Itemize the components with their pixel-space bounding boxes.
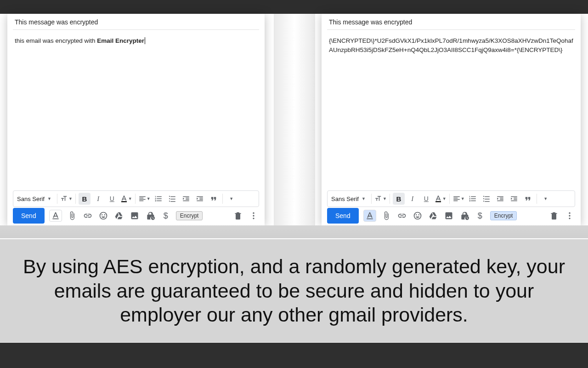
font-family-label: Sans Serif xyxy=(17,196,45,202)
svg-point-9 xyxy=(569,218,570,219)
insert-photo-button[interactable] xyxy=(443,210,454,221)
send-button[interactable]: Send xyxy=(13,208,45,224)
formatting-toolbar: Sans Serif ▼ ▼ B I U ▼ ▼ xyxy=(13,190,259,207)
font-size-icon xyxy=(60,195,68,203)
font-family-select[interactable]: Sans Serif ▼ xyxy=(330,193,368,205)
svg-point-4 xyxy=(253,218,254,219)
chevron-down-icon: ▼ xyxy=(543,196,548,201)
attach-button[interactable] xyxy=(381,210,392,221)
chevron-down-icon: ▼ xyxy=(147,196,151,201)
kebab-icon xyxy=(249,211,258,220)
bottom-band xyxy=(0,343,588,368)
link-icon xyxy=(397,211,407,220)
svg-point-2 xyxy=(253,213,254,214)
separator xyxy=(371,194,372,204)
photo-icon xyxy=(444,211,453,220)
svg-point-7 xyxy=(569,213,570,214)
bold-button[interactable]: B xyxy=(393,193,405,205)
insert-drive-button[interactable] xyxy=(113,210,124,221)
emoji-icon xyxy=(413,211,422,220)
quote-icon xyxy=(524,195,532,203)
separator xyxy=(390,194,390,204)
font-family-select[interactable]: Sans Serif ▼ xyxy=(16,193,54,205)
send-button[interactable]: Send xyxy=(327,208,359,224)
compose-action-bar: Send $ Encrypt xyxy=(327,208,575,224)
numbered-list-icon xyxy=(469,195,477,203)
indent-more-icon xyxy=(196,195,204,203)
subject-line[interactable]: This message was encrypted xyxy=(327,14,575,30)
chevron-down-icon: ▼ xyxy=(47,196,51,201)
marketing-text: By using AES encryption, and a randomly … xyxy=(16,254,572,327)
encrypt-button[interactable]: Encrypt xyxy=(176,211,203,220)
numbered-list-icon xyxy=(154,195,163,203)
chevron-down-icon: ▼ xyxy=(383,196,387,201)
mid-band xyxy=(0,225,588,238)
font-family-label: Sans Serif xyxy=(331,196,359,202)
chevron-down-icon: ▼ xyxy=(229,196,233,201)
bold-button[interactable]: B xyxy=(79,193,90,205)
svg-point-3 xyxy=(253,215,254,216)
separator xyxy=(75,194,76,204)
more-options-button[interactable] xyxy=(248,210,259,221)
indent-less-icon xyxy=(496,195,504,203)
bullet-list-button[interactable] xyxy=(166,193,178,205)
quote-button[interactable] xyxy=(522,193,534,205)
indent-more-button[interactable] xyxy=(194,193,206,205)
attach-button[interactable] xyxy=(67,210,78,221)
trash-icon xyxy=(549,211,559,220)
indent-less-icon xyxy=(182,195,190,203)
text-color-button[interactable]: ▼ xyxy=(434,193,447,205)
font-size-button[interactable]: ▼ xyxy=(60,193,73,205)
confidential-mode-button[interactable] xyxy=(145,210,156,221)
svg-rect-0 xyxy=(121,201,127,202)
more-formatting-button[interactable]: ▼ xyxy=(226,193,237,205)
indent-less-button[interactable] xyxy=(180,193,192,205)
font-size-button[interactable]: ▼ xyxy=(374,193,387,205)
numbered-list-button[interactable] xyxy=(153,193,164,205)
subject-line[interactable]: This message was encrypted xyxy=(13,14,259,30)
page-gutter xyxy=(274,14,315,225)
email-body[interactable]: {\ENCRYPTED\}*U2FsdGVkX1/Px1klxPL7odR/1m… xyxy=(322,30,581,61)
text-color-icon xyxy=(120,195,128,203)
more-options-button[interactable] xyxy=(564,210,575,221)
insert-link-button[interactable] xyxy=(396,210,407,221)
confidential-mode-button[interactable] xyxy=(459,210,470,221)
text-color-button[interactable]: ▼ xyxy=(120,193,132,205)
italic-button[interactable]: I xyxy=(92,193,104,205)
bullet-list-button[interactable] xyxy=(481,193,492,205)
quote-button[interactable] xyxy=(208,193,220,205)
encrypt-button[interactable]: Encrypt xyxy=(490,211,517,220)
separator xyxy=(135,194,136,204)
chevron-down-icon: ▼ xyxy=(362,196,366,201)
separator xyxy=(222,194,223,204)
discard-button[interactable] xyxy=(548,210,560,221)
insert-money-button[interactable]: $ xyxy=(475,210,486,221)
insert-link-button[interactable] xyxy=(82,210,93,221)
insert-emoji-button[interactable] xyxy=(412,210,423,221)
formatting-toolbar: Sans Serif ▼ ▼ B I U ▼ ▼ xyxy=(327,190,575,207)
numbered-list-button[interactable] xyxy=(467,193,479,205)
align-button[interactable]: ▼ xyxy=(452,193,465,205)
insert-drive-button[interactable] xyxy=(428,210,439,221)
italic-button[interactable]: I xyxy=(407,193,418,205)
more-formatting-button[interactable]: ▼ xyxy=(540,193,552,205)
formatting-toggle-button[interactable] xyxy=(363,210,376,222)
discard-button[interactable] xyxy=(232,210,243,221)
bullet-list-icon xyxy=(168,195,176,203)
insert-money-button[interactable]: $ xyxy=(160,210,171,221)
text-format-icon xyxy=(51,211,60,220)
compose-pane-left: This message was encrypted this email wa… xyxy=(7,14,265,225)
formatting-toggle-button[interactable] xyxy=(49,210,62,222)
indent-more-button[interactable] xyxy=(508,193,520,205)
indent-less-button[interactable] xyxy=(494,193,506,205)
underline-button[interactable]: U xyxy=(106,193,118,205)
insert-emoji-button[interactable] xyxy=(98,210,109,221)
underline-button[interactable]: U xyxy=(420,193,432,205)
photo-icon xyxy=(130,211,139,220)
chevron-down-icon: ▼ xyxy=(128,196,132,201)
email-body[interactable]: this email was encrypted with Email Encr… xyxy=(7,30,265,52)
insert-photo-button[interactable] xyxy=(129,210,140,221)
lock-clock-icon xyxy=(146,211,155,220)
align-button[interactable]: ▼ xyxy=(138,193,151,205)
svg-point-8 xyxy=(569,215,570,216)
